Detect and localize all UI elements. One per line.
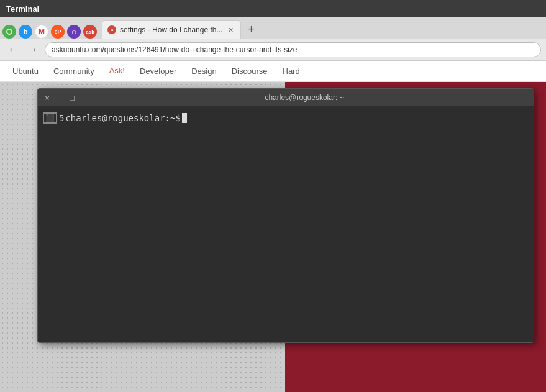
terminal-close-button[interactable]: × [43,93,52,102]
nav-design[interactable]: Design [184,61,224,82]
ubuntu-button[interactable] [2,25,16,39]
terminal-minimize-button[interactable]: − [55,93,64,102]
nav-ubuntu[interactable]: Ubuntu [5,61,46,82]
bitly-button[interactable]: b [19,25,32,39]
nav-hard[interactable]: Hard [275,61,307,82]
tab-title: settings - How do I change th... [120,25,222,34]
active-tab[interactable]: a settings - How do I change th... × [102,20,241,39]
browser-window: b M cP ○ ask a settings - How do I chang… [0,17,546,392]
terminal-prompt: charles@rogueskolar:~$ [65,113,180,123]
gmail-button[interactable]: M [35,25,48,39]
terminal-prompt-line: ⬛ 5 charles@rogueskolar:~$ [43,111,529,125]
terminal-line-number: 5 [59,113,64,123]
tab-bar: b M cP ○ ask a settings - How do I chang… [0,17,546,39]
nav-community[interactable]: Community [46,61,102,82]
purple-button[interactable]: ○ [67,25,81,39]
url-input[interactable] [45,42,541,57]
terminal-cursor [182,113,187,123]
tab-favicon: a [107,25,116,34]
svg-point-1 [7,30,11,34]
terminal-maximize-button[interactable]: □ [68,93,76,102]
tab-close-button[interactable]: × [226,25,235,35]
site-navigation: Ubuntu Community Ask! Developer Design D… [0,61,546,82]
forward-button[interactable]: → [25,42,41,58]
bookmark-bar: b M cP ○ ask [2,25,97,39]
cpanel-button[interactable]: cP [51,25,65,39]
ask-favicon-button[interactable]: ask [83,25,97,39]
os-titlebar: Terminal [0,0,546,17]
os-titlebar-text: Terminal [6,4,39,14]
terminal-titlebar: × − □ charles@rogueskolar: ~ [38,89,534,106]
nav-developer[interactable]: Developer [132,61,184,82]
terminal-window: × − □ charles@rogueskolar: ~ ⬛ 5 charles… [37,88,534,343]
terminal-body[interactable]: ⬛ 5 charles@rogueskolar:~$ [38,106,534,342]
back-button[interactable]: ← [5,42,21,58]
address-bar: ← → [0,39,546,61]
nav-discourse[interactable]: Discourse [224,61,275,82]
terminal-bracket: ⬛ [43,112,57,124]
nav-ask[interactable]: Ask! [102,61,132,82]
new-tab-button[interactable]: + [243,21,260,37]
terminal-title: charles@rogueskolar: ~ [80,93,529,102]
page-content: × − □ charles@rogueskolar: ~ ⬛ 5 charles… [0,82,546,392]
